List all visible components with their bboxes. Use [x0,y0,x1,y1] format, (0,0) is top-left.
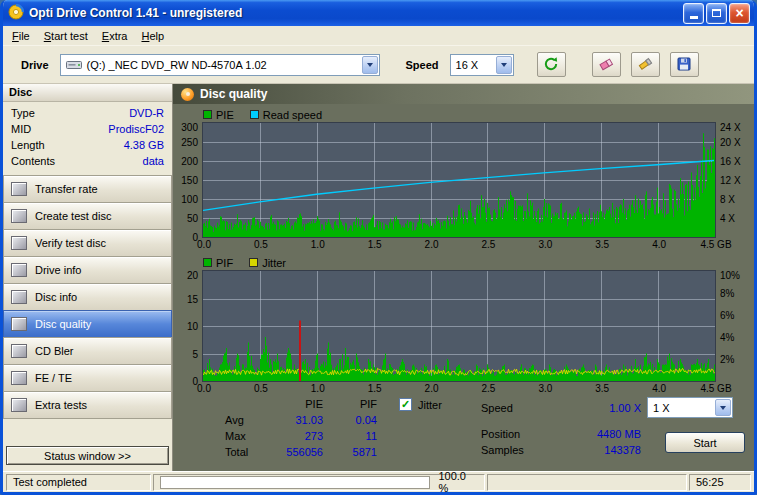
pif-legend-swatch [203,258,212,267]
axis-tick-label: 2.5 [481,239,495,250]
pif-x-axis: 0.00.51.01.52.02.53.03.54.04.5 GB [203,382,717,396]
erase-disc-button[interactable] [592,52,621,77]
create-test-disc-icon [11,209,27,223]
status-bar: Test completed 100.0 % 56:25 [3,471,754,492]
total-pie-value: 556056 [265,446,323,458]
refresh-button[interactable] [537,52,566,77]
content-area: Disc Type DVD-R MID ProdiscF02 Length 4.… [3,84,754,471]
axis-tick-label: 150 [181,175,198,186]
axis-tick-label: 12 X [720,175,741,186]
pif-chart-canvas [203,271,715,381]
pif-column-header: PIF [325,398,377,410]
samples-stat-label: Samples [481,444,524,456]
app-icon [8,4,24,22]
transfer-rate-icon [11,182,27,196]
position-stat-label: Position [481,428,520,440]
sidebar-item-label: CD Bler [35,345,74,357]
avg-pie-value: 31.03 [265,414,323,426]
window-title: Opti Drive Control 1.41 - unregistered [29,6,678,20]
axis-tick-label: 24 X [720,122,741,133]
sidebar-item-disc-info[interactable]: Disc info [3,283,172,311]
sidebar-item-disc-quality[interactable]: Disc quality [3,310,172,338]
dropdown-arrow-icon[interactable] [715,399,731,416]
sidebar-buttons: Transfer rate Create test disc Verify te… [3,175,172,419]
speed-label: Speed [406,59,439,71]
info-value: 4.38 GB [124,139,164,153]
pie-x-axis: 0.00.51.01.52.02.53.03.54.04.5 GB [203,238,717,252]
disc-info-row: Contents data [3,154,172,170]
page-title: Disc quality [200,87,267,101]
speed-select[interactable]: 16 X [450,54,514,76]
axis-tick-label: 3.5 [595,239,609,250]
menu-start-test[interactable]: Start test [37,27,95,45]
axis-tick-label: 0.5 [254,383,268,394]
axis-tick-label: 0.0 [197,239,211,250]
refresh-icon [543,56,559,74]
axis-tick-label: 250 [181,137,198,148]
axis-tick-label: 3.0 [538,383,552,394]
menu-file[interactable]: File [5,27,37,45]
drive-select[interactable]: (Q:) _NEC DVD_RW ND-4570A 1.02 [60,54,380,76]
status-message: Test completed [6,474,151,491]
sidebar-item-create-test-disc[interactable]: Create test disc [3,202,172,230]
sidebar-item-label: Drive info [35,264,81,276]
drive-info-icon [11,263,27,277]
max-label: Max [225,430,246,442]
axis-tick-label: 100 [181,194,198,205]
pif-y-axis-right: 2%4%6%8%10% [716,270,754,382]
sidebar-item-label: Verify test disc [35,237,106,249]
maximize-icon [712,9,721,17]
sidebar-item-verify-test-disc[interactable]: Verify test disc [3,229,172,257]
clean-disc-button[interactable] [631,52,660,77]
sidebar-item-extra-tests[interactable]: Extra tests [3,391,172,419]
extra-tests-icon [11,398,27,412]
maximize-button[interactable] [706,3,727,24]
axis-tick-label: 50 [187,213,198,224]
total-pif-value: 5871 [325,446,377,458]
dropdown-arrow-icon[interactable] [496,56,512,74]
minimize-button[interactable] [683,3,704,24]
pie-legend-swatch [203,110,212,119]
menu-help[interactable]: Help [134,27,171,45]
axis-tick-label: 1.5 [368,383,382,394]
axis-tick-label: 4.0 [652,239,666,250]
sidebar-item-drive-info[interactable]: Drive info [3,256,172,284]
sidebar-item-cd-bler[interactable]: CD Bler [3,337,172,365]
axis-tick-label: 3.0 [538,239,552,250]
axis-tick-label: 1.0 [311,383,325,394]
axis-tick-label: 1.0 [311,239,325,250]
sidebar-item-transfer-rate[interactable]: Transfer rate [3,175,172,203]
title-bar[interactable]: Opti Drive Control 1.41 - unregistered × [3,0,754,26]
disc-quality-header: Disc quality [173,84,754,104]
info-label: Type [11,107,35,121]
dropdown-arrow-icon[interactable] [362,56,378,74]
jitter-checkbox[interactable]: ✓ [399,398,412,411]
axis-tick-label: 15 [187,293,198,304]
position-stat-value: 4480 MB [533,428,641,440]
sidebar-item-fe-te[interactable]: FE / TE [3,364,172,392]
sidebar: Disc Type DVD-R MID ProdiscF02 Length 4.… [3,84,173,471]
test-speed-select-value: 1 X [653,402,670,414]
close-button[interactable]: × [729,3,750,24]
pie-y-axis-left: 050100150200250300 [173,122,202,238]
menu-bar: File Start test Extra Help [3,26,754,46]
axis-tick-label: 4 X [720,213,735,224]
axis-tick-label: 4.5 GB [700,239,731,250]
axis-tick-label: 300 [181,122,198,133]
samples-stat-value: 143378 [533,444,641,456]
save-button[interactable] [670,52,699,77]
test-speed-select[interactable]: 1 X [647,397,733,418]
drive-label: Drive [21,59,49,71]
jitter-checkbox-label: Jitter [418,399,442,411]
menu-extra[interactable]: Extra [95,27,135,45]
total-label: Total [225,446,248,458]
axis-tick-label: 1.5 [368,239,382,250]
disc-info-row: Type DVD-R [3,106,172,122]
sidebar-item-label: Disc info [35,291,77,303]
pie-column-header: PIE [265,398,323,410]
axis-tick-label: 8% [720,288,734,299]
max-pif-value: 11 [325,430,377,442]
status-window-button[interactable]: Status window >> [6,446,169,465]
start-button[interactable]: Start [665,432,745,453]
legend-label: PIE [216,109,234,121]
